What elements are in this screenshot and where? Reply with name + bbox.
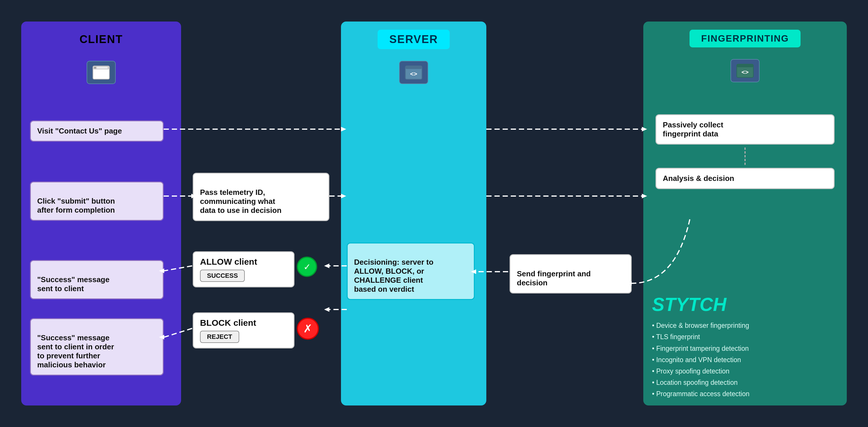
stytch-bullet-6: Location spoofing detection: [652, 377, 749, 388]
checkmark-icon: ✓: [304, 262, 311, 272]
x-icon: ✗: [303, 322, 312, 335]
success-msg-box: "Success" message sent to client: [30, 260, 164, 299]
success-icon: ✓: [297, 257, 317, 277]
fp-dashed-connector: [744, 147, 746, 165]
stytch-bullet-3: Fingerprint tampering detection: [652, 343, 749, 354]
decisioning-box: Decisioning: server to ALLOW, BLOCK, or …: [347, 243, 475, 300]
stytch-bullet-2: TLS fingerprint: [652, 331, 749, 343]
decisioning-label: Decisioning: server to ALLOW, BLOCK, or …: [354, 258, 433, 293]
code-icon-server: <>: [405, 64, 422, 81]
diagram-container: CLIENT SERVER <> FINGERPRINT: [21, 22, 847, 405]
stytch-bullet-4: Incognito and VPN detection: [652, 354, 749, 366]
arrow-dec-allow: [324, 263, 329, 268]
reject-pill: REJECT: [200, 331, 239, 343]
reject-icon: ✗: [297, 318, 319, 340]
client-header: CLIENT: [68, 30, 134, 49]
telemetry-box: Pass telemetry ID, communicating what da…: [193, 173, 329, 221]
allow-label: ALLOW client: [200, 257, 257, 266]
click-box: Click "submit" button after form complet…: [30, 181, 164, 221]
server-icon: <>: [399, 61, 428, 84]
stytch-title: STYTCH: [652, 294, 726, 315]
success-pill: SUCCESS: [200, 269, 245, 282]
stytch-bullet-7: Programmatic access detection: [652, 388, 749, 400]
allow-box: ALLOW client SUCCESS: [193, 251, 294, 287]
stytch-bullets: Device & browser fingerprinting TLS fing…: [652, 320, 749, 400]
visit-label: Visit "Contact Us" page: [37, 126, 122, 135]
send-fp-label: Send fingerprint and decision: [517, 269, 591, 287]
fp-panel: FINGERPRINTING <> Passively collect fing…: [643, 22, 847, 405]
block-msg-label: "Success" message sent to client in orde…: [37, 333, 114, 369]
fp-header: FINGERPRINTING: [689, 30, 801, 48]
telemetry-label: Pass telemetry ID, communicating what da…: [200, 188, 281, 215]
svg-text:<>: <>: [410, 70, 417, 77]
svg-rect-5: [405, 66, 422, 69]
svg-rect-8: [737, 64, 753, 67]
stytch-bullet-5: Proxy spoofing detection: [652, 366, 749, 377]
block-msg-box: "Success" message sent to client in orde…: [30, 318, 164, 375]
code-icon-fp: <>: [736, 63, 754, 79]
block-box: BLOCK client REJECT: [193, 312, 294, 348]
send-fp-box: Send fingerprint and decision: [509, 254, 632, 293]
arrow-dec-block: [324, 307, 329, 312]
stytch-bullet-1: Device & browser fingerprinting: [652, 320, 749, 331]
client-icon: [87, 61, 116, 84]
fp-icon: <>: [731, 59, 760, 82]
svg-rect-3: [97, 66, 108, 68]
block-label: BLOCK client: [200, 318, 256, 328]
visit-box: Visit "Contact Us" page: [30, 120, 164, 142]
server-header: SERVER: [378, 30, 450, 49]
fp-analysis-box: Analysis & decision: [655, 168, 835, 189]
svg-text:<>: <>: [742, 69, 749, 75]
browser-icon: [92, 64, 110, 81]
click-label: Click "submit" button after form complet…: [37, 197, 115, 215]
fp-collect-box: Passively collect fingerprint data: [655, 114, 835, 145]
svg-rect-2: [94, 66, 96, 68]
success-msg-label: "Success" message sent to client: [37, 275, 110, 293]
server-panel: SERVER <>: [341, 22, 486, 405]
